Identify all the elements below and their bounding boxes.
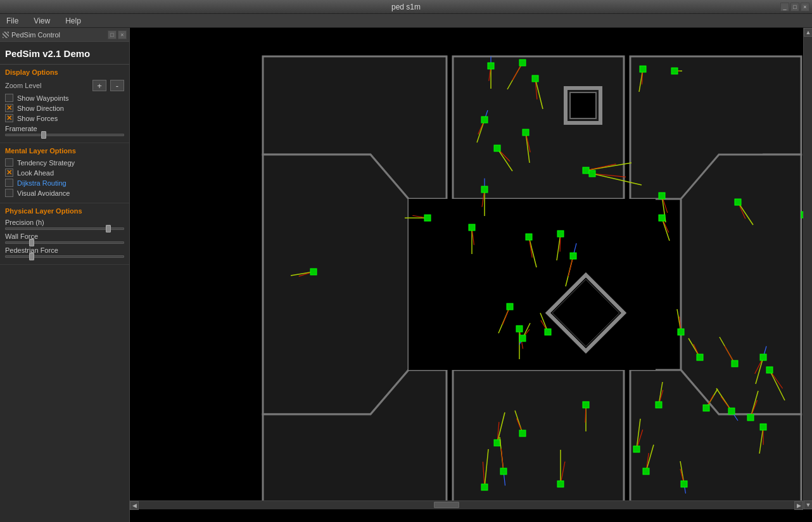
svg-rect-125 — [703, 405, 709, 411]
show-direction-label: Show Direction — [17, 105, 64, 112]
scroll-track-vertical[interactable] — [804, 37, 812, 500]
show-waypoints-checkbox[interactable] — [5, 94, 13, 102]
menu-help[interactable]: Help — [61, 15, 85, 27]
tendency-strategy-label: Tendency Strategy — [17, 159, 75, 167]
scroll-right-button[interactable]: ▶ — [794, 501, 803, 510]
svg-rect-90 — [507, 303, 513, 310]
precision-slider[interactable] — [5, 227, 124, 230]
svg-rect-42 — [583, 167, 589, 174]
svg-rect-87 — [310, 269, 317, 275]
close-button[interactable]: × — [801, 3, 809, 11]
framerate-track — [5, 134, 124, 136]
show-forces-row: ✕ Show Forces — [5, 114, 124, 122]
svg-rect-100 — [545, 329, 551, 335]
show-direction-checkbox[interactable]: ✕ — [5, 104, 13, 112]
svg-rect-132 — [747, 414, 754, 421]
svg-rect-97 — [519, 335, 526, 341]
left-panel: PedSim Control □ × PedSim v2.1 Demo Disp… — [0, 28, 130, 522]
svg-rect-116 — [766, 367, 773, 373]
show-waypoints-row: Show Waypoints — [5, 94, 124, 102]
svg-rect-135 — [760, 424, 766, 430]
svg-rect-17 — [488, 63, 494, 69]
show-forces-label: Show Forces — [17, 115, 58, 122]
menu-bar: File View Help — [0, 14, 812, 28]
scroll-up-button[interactable]: ▲ — [804, 28, 812, 37]
wall-force-slider[interactable] — [5, 241, 124, 244]
zoom-label: Zoom Level — [5, 82, 89, 89]
mental-layer-title: Mental Layer Options — [5, 147, 124, 155]
panel-grip-icon — [3, 32, 9, 38]
show-forces-checkbox[interactable]: ✕ — [5, 114, 13, 122]
wall-force-thumb[interactable] — [29, 239, 34, 246]
bottom-scrollbar: ◀ ▶ — [130, 500, 803, 509]
precision-label: Precision (h) — [5, 219, 44, 226]
zoom-plus-button[interactable]: + — [92, 80, 106, 91]
svg-rect-9 — [409, 199, 656, 370]
display-options-section: Display Options Zoom Level + - Show Wayp… — [0, 65, 129, 143]
svg-rect-129 — [728, 408, 735, 414]
svg-rect-113 — [760, 354, 766, 360]
scroll-track-horizontal[interactable] — [139, 501, 794, 509]
visual-avoidance-label: Visual Avoidance — [17, 189, 70, 197]
menu-view[interactable]: View — [30, 15, 54, 27]
tendency-strategy-checkbox[interactable] — [5, 158, 13, 167]
svg-rect-45 — [589, 170, 595, 177]
pedestrian-force-track — [5, 255, 124, 258]
svg-rect-151 — [557, 481, 564, 487]
svg-marker-4 — [263, 155, 409, 414]
svg-rect-49 — [481, 186, 488, 193]
svg-rect-68 — [659, 193, 665, 199]
precision-thumb[interactable] — [106, 225, 111, 232]
main-layout: PedSim Control □ × PedSim v2.1 Demo Disp… — [0, 28, 812, 522]
show-direction-row: ✕ Show Direction — [5, 104, 124, 112]
title-bar: ped s1m _ □ × — [0, 0, 812, 14]
zoom-minus-button[interactable]: - — [110, 80, 124, 91]
svg-rect-145 — [500, 468, 507, 474]
canvas-area[interactable]: ▲ ▼ ◀ ▶ Systemtime: 3292 — [130, 28, 812, 522]
svg-marker-5 — [681, 155, 801, 414]
physical-layer-title: Physical Layer Options — [5, 207, 124, 215]
framerate-label: Framerate — [5, 125, 37, 132]
app-title: PedSim v2.1 Demo — [0, 42, 129, 65]
window-title: ped s1m — [391, 3, 421, 11]
panel-float-button[interactable]: □ — [108, 30, 117, 39]
svg-marker-7 — [453, 370, 624, 509]
svg-rect-74 — [735, 199, 741, 205]
maximize-button[interactable]: □ — [790, 3, 799, 11]
scroll-thumb-horizontal[interactable] — [434, 502, 459, 508]
scroll-left-button[interactable]: ◀ — [130, 501, 139, 510]
dijkstra-row: Dijkstra Routing — [5, 179, 124, 187]
wall-force-track — [5, 241, 124, 244]
simulation-canvas[interactable] — [130, 28, 812, 509]
menu-file[interactable]: File — [3, 15, 22, 27]
right-scrollbar: ▲ ▼ — [803, 28, 812, 509]
mental-layer-section: Mental Layer Options Tendency Strategy ✕… — [0, 143, 129, 203]
svg-rect-26 — [640, 66, 646, 72]
scroll-down-button[interactable]: ▼ — [804, 500, 812, 509]
svg-rect-20 — [519, 60, 526, 66]
visual-avoidance-checkbox[interactable] — [5, 189, 13, 197]
zoom-row: Zoom Level + - — [5, 80, 124, 91]
framerate-thumb[interactable] — [41, 131, 46, 139]
svg-rect-36 — [523, 129, 529, 136]
tendency-strategy-row: Tendency Strategy — [5, 158, 124, 167]
svg-rect-109 — [732, 360, 738, 367]
look-ahead-row: ✕ Look Ahead — [5, 169, 124, 177]
dijkstra-label[interactable]: Dijkstra Routing — [17, 179, 67, 187]
svg-rect-103 — [678, 329, 684, 335]
pedestrian-force-label-row: Pedestrian Force — [5, 246, 124, 254]
minimize-button[interactable]: _ — [780, 3, 789, 11]
physical-layer-section: Physical Layer Options Precision (h) Wal… — [0, 203, 129, 265]
look-ahead-checkbox[interactable]: ✕ — [5, 169, 13, 177]
svg-rect-58 — [526, 234, 532, 240]
pedestrian-force-thumb[interactable] — [29, 253, 34, 260]
show-waypoints-label: Show Waypoints — [17, 94, 69, 102]
panel-buttons: □ × — [108, 30, 127, 39]
dijkstra-checkbox[interactable] — [5, 179, 13, 187]
framerate-slider[interactable] — [5, 134, 124, 136]
pedestrian-force-slider[interactable] — [5, 255, 124, 258]
svg-rect-29 — [671, 68, 678, 74]
panel-close-button[interactable]: × — [118, 30, 127, 39]
svg-rect-157 — [643, 468, 649, 474]
window-controls: _ □ × — [780, 3, 809, 11]
